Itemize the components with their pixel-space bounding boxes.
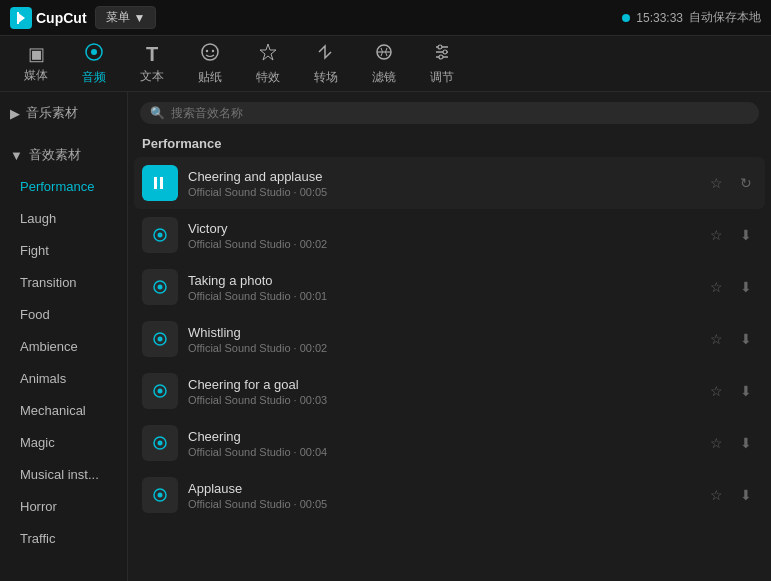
svg-rect-15 <box>154 177 157 189</box>
sfx-section-header[interactable]: ▼ 音效素材 <box>0 140 127 170</box>
tab-filter[interactable]: 滤镜 <box>358 39 410 89</box>
media-icon: ▣ <box>28 43 45 65</box>
sound-item[interactable]: Applause Official Sound Studio · 00:05 ☆… <box>134 469 765 521</box>
tab-media[interactable]: ▣ 媒体 <box>10 39 62 89</box>
sidebar-item-laugh[interactable]: Laugh <box>6 203 121 234</box>
tab-sticker-label: 贴纸 <box>198 69 222 86</box>
star-button[interactable]: ☆ <box>705 432 727 454</box>
sidebar-item-traffic[interactable]: Traffic <box>6 523 121 554</box>
star-button[interactable]: ☆ <box>705 224 727 246</box>
search-input-wrap[interactable]: 🔍 <box>140 102 759 124</box>
status-time: 15:33:33 <box>636 11 683 25</box>
star-button[interactable]: ☆ <box>705 380 727 402</box>
sfx-section: ▼ 音效素材 Performance Laugh Fight Transitio… <box>0 134 127 561</box>
sound-item[interactable]: Cheering Official Sound Studio · 00:04 ☆… <box>134 417 765 469</box>
svg-point-28 <box>158 493 163 498</box>
tab-filter-label: 滤镜 <box>372 69 396 86</box>
sound-thumb-icon <box>142 165 178 201</box>
tab-text-label: 文本 <box>140 68 164 85</box>
download-button[interactable]: ⬇ <box>735 484 757 506</box>
star-button[interactable]: ☆ <box>705 328 727 350</box>
sidebar-item-fight[interactable]: Fight <box>6 235 121 266</box>
sidebar-item-mechanical[interactable]: Mechanical <box>6 395 121 426</box>
adjust-icon <box>432 42 452 67</box>
sound-actions: ☆ ⬇ <box>705 380 757 402</box>
sound-actions: ☆ ⬇ <box>705 328 757 350</box>
sound-item[interactable]: Taking a photo Official Sound Studio · 0… <box>134 261 765 313</box>
sidebar-item-horror[interactable]: Horror <box>6 491 121 522</box>
sound-name: Cheering and applause <box>188 169 695 184</box>
tab-media-label: 媒体 <box>24 67 48 84</box>
sound-info: Cheering and applause Official Sound Stu… <box>188 169 695 198</box>
main-layout: ▶ 音乐素材 ▼ 音效素材 Performance Laugh Fight <box>0 92 771 581</box>
tab-transition[interactable]: 转场 <box>300 39 352 89</box>
autosave-status: 15:33:33 自动保存本地 <box>622 9 761 26</box>
menu-label: 菜单 <box>106 9 130 26</box>
sound-item[interactable]: Cheering and applause Official Sound Stu… <box>134 157 765 209</box>
sound-info: Cheering for a goal Official Sound Studi… <box>188 377 695 406</box>
svg-point-24 <box>158 389 163 394</box>
sound-meta: Official Sound Studio · 00:02 <box>188 342 695 354</box>
sidebar-item-magic[interactable]: Magic <box>6 427 121 458</box>
sound-name: Victory <box>188 221 695 236</box>
download-button[interactable]: ⬇ <box>735 224 757 246</box>
music-section-arrow-icon: ▶ <box>10 106 20 121</box>
tab-adjust[interactable]: 调节 <box>416 39 468 89</box>
sound-meta: Official Sound Studio · 00:02 <box>188 238 695 250</box>
app-name: CupCut <box>36 10 87 26</box>
sound-item[interactable]: Cheering for a goal Official Sound Studi… <box>134 365 765 417</box>
status-text: 自动保存本地 <box>689 9 761 26</box>
sidebar: ▶ 音乐素材 ▼ 音效素材 Performance Laugh Fight <box>0 92 128 581</box>
topbar: CupCut 菜单 ▼ 15:33:33 自动保存本地 <box>0 0 771 36</box>
star-button[interactable]: ☆ <box>705 172 727 194</box>
tab-audio[interactable]: 音频 <box>68 39 120 89</box>
svg-point-4 <box>206 49 208 51</box>
music-section-header[interactable]: ▶ 音乐素材 <box>0 98 127 128</box>
menu-button[interactable]: 菜单 ▼ <box>95 6 157 29</box>
tab-effects-label: 特效 <box>256 69 280 86</box>
download-button[interactable]: ⬇ <box>735 276 757 298</box>
download-button[interactable]: ⬇ <box>735 432 757 454</box>
sound-meta: Official Sound Studio · 00:01 <box>188 290 695 302</box>
sound-name: Applause <box>188 481 695 496</box>
section-title: Performance <box>128 132 771 157</box>
svg-point-18 <box>158 233 163 238</box>
logo-icon <box>10 7 32 29</box>
svg-point-14 <box>439 55 443 59</box>
audio-icon <box>84 42 104 67</box>
sidebar-item-animals[interactable]: Animals <box>6 363 121 394</box>
sound-thumb-icon <box>142 373 178 409</box>
tab-text[interactable]: T 文本 <box>126 39 178 89</box>
star-button[interactable]: ☆ <box>705 484 727 506</box>
sound-actions: ☆ ⬇ <box>705 484 757 506</box>
svg-point-3 <box>202 44 218 60</box>
sound-thumb-icon <box>142 217 178 253</box>
filter-icon <box>374 42 394 67</box>
sidebar-item-ambience[interactable]: Ambience <box>6 331 121 362</box>
tab-effects[interactable]: 特效 <box>242 39 294 89</box>
sound-actions: ☆ ⬇ <box>705 432 757 454</box>
sidebar-item-food[interactable]: Food <box>6 299 121 330</box>
sound-thumb-icon <box>142 477 178 513</box>
star-button[interactable]: ☆ <box>705 276 727 298</box>
svg-rect-16 <box>160 177 163 189</box>
svg-point-22 <box>158 337 163 342</box>
sound-list: Cheering and applause Official Sound Stu… <box>128 157 771 581</box>
sidebar-item-transition[interactable]: Transition <box>6 267 121 298</box>
svg-point-26 <box>158 441 163 446</box>
status-dot-icon <box>622 14 630 22</box>
search-input[interactable] <box>171 106 749 120</box>
loop-button[interactable]: ↻ <box>735 172 757 194</box>
sound-meta: Official Sound Studio · 00:03 <box>188 394 695 406</box>
sidebar-item-performance[interactable]: Performance <box>6 171 121 202</box>
sound-meta: Official Sound Studio · 00:05 <box>188 186 695 198</box>
sound-item[interactable]: Victory Official Sound Studio · 00:02 ☆ … <box>134 209 765 261</box>
tab-sticker[interactable]: 贴纸 <box>184 39 236 89</box>
sound-meta: Official Sound Studio · 00:05 <box>188 498 695 510</box>
download-button[interactable]: ⬇ <box>735 380 757 402</box>
download-button[interactable]: ⬇ <box>735 328 757 350</box>
sound-actions: ☆ ↻ <box>705 172 757 194</box>
svg-point-12 <box>438 45 442 49</box>
sound-item[interactable]: Whistling Official Sound Studio · 00:02 … <box>134 313 765 365</box>
sidebar-item-musical-inst[interactable]: Musical inst... <box>6 459 121 490</box>
